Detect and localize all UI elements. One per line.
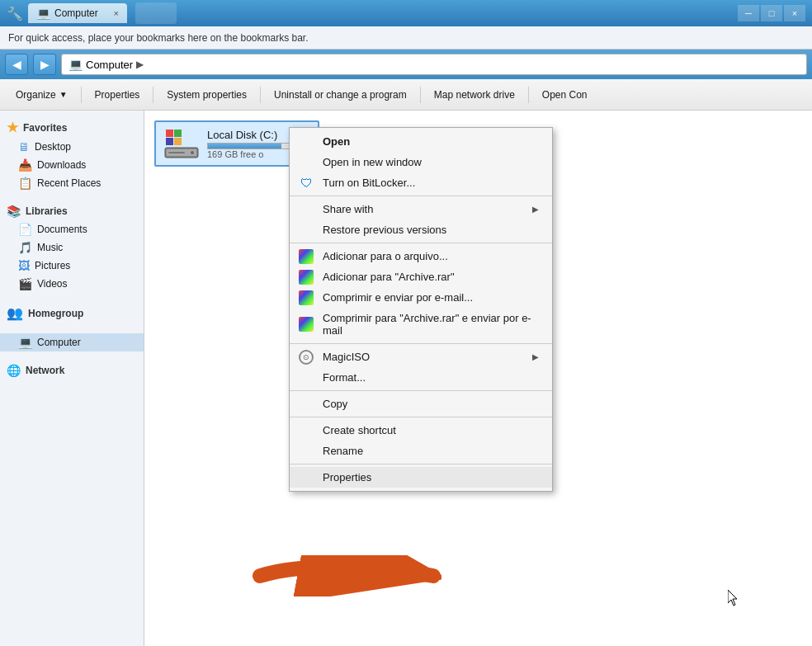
title-tab-icon: 💻 bbox=[36, 7, 50, 20]
title-bar: 🔧 💻 Computer × ─ □ × bbox=[0, 0, 812, 26]
sidebar-libraries-header[interactable]: 📚 Libraries bbox=[0, 202, 144, 220]
sidebar-item-desktop[interactable]: 🖥 Desktop bbox=[0, 138, 144, 156]
sidebar-item-pictures[interactable]: 🖼 Pictures bbox=[0, 257, 144, 275]
rar-icon-2 bbox=[298, 269, 314, 285]
ctx-create-shortcut[interactable]: Create shortcut bbox=[290, 420, 552, 441]
sidebar-item-videos[interactable]: 🎬 Videos bbox=[0, 275, 144, 293]
back-button[interactable]: ◀ bbox=[5, 54, 28, 75]
sidebar-homegroup-section: 👥 Homegroup bbox=[0, 303, 144, 323]
ctx-properties[interactable]: Properties bbox=[290, 467, 552, 488]
libraries-icon: 📚 bbox=[7, 205, 21, 218]
downloads-icon: 📥 bbox=[18, 158, 32, 172]
ctx-copy[interactable]: Copy bbox=[290, 394, 552, 414]
ctx-add-archive-label: Adicionar para o arquivo... bbox=[323, 250, 448, 262]
properties-button[interactable]: Properties bbox=[86, 83, 149, 107]
sidebar-favorites-section: ★ Favorites 🖥 Desktop 📥 Downloads 📋 Rece… bbox=[0, 117, 144, 192]
sidebar-pictures-label: Pictures bbox=[35, 260, 70, 271]
ctx-add-to-rar[interactable]: Adicionar para "Archive.rar" bbox=[290, 266, 552, 287]
svg-rect-3 bbox=[174, 138, 182, 145]
address-arrow: ▶ bbox=[136, 59, 144, 70]
ctx-share-with[interactable]: Share with ▶ bbox=[290, 199, 552, 219]
ctx-compress-email[interactable]: Comprimir e enviar por e-mail... bbox=[290, 287, 552, 308]
sidebar-libraries-label: Libraries bbox=[26, 205, 68, 217]
sidebar-item-documents[interactable]: 📄 Documents bbox=[0, 220, 144, 238]
desktop-icon: 🖥 bbox=[18, 140, 30, 153]
progress-bar-fill bbox=[208, 144, 281, 149]
sidebar-videos-label: Videos bbox=[37, 278, 67, 290]
ctx-rename[interactable]: Rename bbox=[290, 441, 552, 461]
title-bar-controls: ─ □ × bbox=[738, 5, 805, 21]
content-pane: Local Disk (C:) 169 GB free o Open Open … bbox=[144, 111, 812, 646]
sidebar-network-header[interactable]: 🌐 Network bbox=[0, 361, 144, 380]
sidebar-item-recent-places[interactable]: 📋 Recent Places bbox=[0, 174, 144, 192]
toolbar-separator-4 bbox=[420, 87, 421, 103]
ctx-format[interactable]: Format... bbox=[290, 367, 552, 388]
ctx-compress-archive-email[interactable]: Comprimir para "Archive.rar" e enviar po… bbox=[290, 308, 552, 341]
sidebar-desktop-label: Desktop bbox=[35, 141, 71, 153]
maximize-button[interactable]: □ bbox=[761, 5, 782, 21]
sidebar-recent-label: Recent Places bbox=[37, 177, 101, 189]
open-con-button[interactable]: Open Con bbox=[533, 83, 597, 107]
address-bar: ◀ ▶ 💻 Computer ▶ bbox=[0, 50, 812, 79]
sidebar-homegroup-label: Homegroup bbox=[28, 308, 83, 319]
ctx-separator-1 bbox=[290, 196, 552, 196]
system-properties-button[interactable]: System properties bbox=[158, 83, 256, 107]
title-tab-close[interactable]: × bbox=[114, 8, 119, 18]
sidebar-documents-label: Documents bbox=[37, 224, 87, 235]
sidebar-favorites-label: Favorites bbox=[23, 122, 67, 134]
uninstall-button[interactable]: Uninstall or change a program bbox=[265, 83, 416, 107]
ctx-separator-2 bbox=[290, 243, 552, 243]
title-tab[interactable]: 💻 Computer × bbox=[28, 3, 127, 23]
music-icon: 🎵 bbox=[18, 241, 32, 254]
ctx-separator-3 bbox=[290, 343, 552, 344]
address-field[interactable]: 💻 Computer ▶ bbox=[61, 54, 807, 75]
open-con-label: Open Con bbox=[542, 89, 588, 101]
ctx-compress-archive-label: Comprimir para "Archive.rar" e enviar po… bbox=[323, 312, 539, 337]
organize-button[interactable]: Organize ▼ bbox=[7, 83, 77, 107]
uninstall-label: Uninstall or change a program bbox=[274, 89, 407, 101]
sidebar-computer-section: 💻 Computer bbox=[0, 333, 144, 351]
minimize-button[interactable]: ─ bbox=[738, 5, 759, 21]
sidebar-favorites-header[interactable]: ★ Favorites bbox=[0, 117, 144, 138]
svg-marker-9 bbox=[728, 590, 737, 606]
sidebar-network-label: Network bbox=[26, 365, 64, 376]
bookmarks-text: For quick access, place your bookmarks h… bbox=[8, 32, 309, 44]
map-network-button[interactable]: Map network drive bbox=[425, 83, 524, 107]
toolbar-separator-1 bbox=[81, 87, 82, 103]
ctx-magiciso[interactable]: ⊙ MagicISO ▶ bbox=[290, 347, 552, 367]
ctx-bitlocker[interactable]: 🛡 Turn on BitLocker... bbox=[290, 172, 552, 193]
svg-rect-0 bbox=[166, 130, 173, 137]
sidebar-item-music[interactable]: 🎵 Music bbox=[0, 238, 144, 257]
organize-arrow: ▼ bbox=[59, 90, 68, 99]
sidebar-item-computer[interactable]: 💻 Computer bbox=[0, 333, 144, 351]
ctx-add-to-archive[interactable]: Adicionar para o arquivo... bbox=[290, 246, 552, 266]
properties-label: Properties bbox=[95, 89, 140, 101]
close-button[interactable]: × bbox=[784, 5, 805, 21]
computer-icon: 💻 bbox=[18, 336, 32, 349]
arrow-annotation bbox=[252, 555, 441, 596]
ctx-properties-label: Properties bbox=[323, 471, 371, 483]
ctx-restore-label: Restore previous versions bbox=[323, 224, 446, 236]
sidebar-homegroup-header[interactable]: 👥 Homegroup bbox=[0, 303, 144, 323]
ctx-compress-email-label: Comprimir e enviar por e-mail... bbox=[323, 291, 473, 304]
ctx-open[interactable]: Open bbox=[290, 131, 552, 152]
organize-label: Organize bbox=[16, 89, 56, 101]
recent-places-icon: 📋 bbox=[18, 177, 32, 190]
ctx-add-rar-label: Adicionar para "Archive.rar" bbox=[323, 271, 455, 283]
ctx-open-new-window-label: Open in new window bbox=[323, 156, 422, 168]
ctx-restore-previous[interactable]: Restore previous versions bbox=[290, 219, 552, 240]
toolbar: Organize ▼ Properties System properties … bbox=[0, 79, 812, 111]
svg-rect-1 bbox=[174, 130, 182, 137]
drive-icon-area bbox=[164, 127, 201, 160]
ctx-separator-6 bbox=[290, 464, 552, 464]
ctx-open-new-window[interactable]: Open in new window bbox=[290, 152, 552, 172]
map-network-label: Map network drive bbox=[434, 89, 515, 101]
videos-icon: 🎬 bbox=[18, 277, 32, 290]
ctx-magiciso-label: MagicISO bbox=[323, 351, 370, 363]
sidebar-music-label: Music bbox=[37, 242, 63, 253]
system-properties-label: System properties bbox=[167, 89, 247, 101]
forward-button[interactable]: ▶ bbox=[33, 54, 56, 75]
sidebar-item-downloads[interactable]: 📥 Downloads bbox=[0, 156, 144, 174]
sidebar-computer-label: Computer bbox=[37, 337, 81, 348]
network-icon: 🌐 bbox=[7, 364, 21, 377]
